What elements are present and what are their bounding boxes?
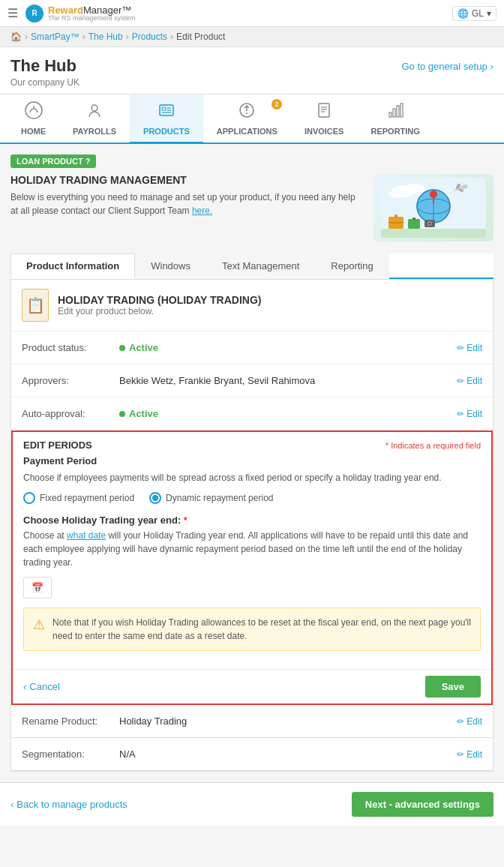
svg-rect-16 — [397, 106, 399, 117]
nav-home-label: HOME — [21, 127, 46, 136]
product-subtitle: Edit your product below. — [58, 306, 261, 316]
save-button[interactable]: Save — [425, 676, 481, 698]
notice-box: ⚠ Note that if you wish Holiday Trading … — [23, 608, 481, 651]
product-status-edit[interactable]: ✏ Edit — [457, 343, 482, 353]
nav-reporting[interactable]: REPORTING — [357, 94, 433, 144]
tab-text-management[interactable]: Text Management — [206, 254, 315, 279]
product-intro: HOLIDAY TRADING MANAGEMENT Below is ever… — [10, 174, 494, 242]
page-subtitle: Our company UK — [10, 77, 80, 88]
next-advanced-settings-button[interactable]: Next - advanced settings — [352, 792, 494, 817]
nav-payrolls-label: PAYROLLS — [73, 127, 116, 136]
hamburger-menu-icon[interactable]: ☰ — [8, 6, 18, 20]
breadcrumb-thehub[interactable]: The Hub — [88, 32, 123, 42]
auto-approval-edit[interactable]: ✏ Edit — [457, 409, 482, 419]
breadcrumb-products[interactable]: Products — [132, 32, 167, 42]
edit-pencil-icon-4: ✏ — [457, 716, 464, 727]
fixed-radio-button[interactable] — [23, 492, 35, 504]
nav-invoices[interactable]: INVOICES — [291, 94, 358, 144]
segmentation-edit[interactable]: ✏ Edit — [457, 749, 482, 760]
svg-point-26 — [430, 190, 437, 198]
brand-logo: R RewardManager™ The RS management syste… — [26, 4, 136, 22]
nav-products-label: PRODUCTS — [143, 127, 190, 136]
payment-period-title: Payment Period — [23, 455, 481, 466]
loan-product-badge: LOAN PRODUCT ? — [10, 154, 96, 168]
product-name: HOLIDAY TRADING (HOLIDAY TRADING) — [58, 294, 261, 306]
edit-pencil-icon: ✏ — [457, 343, 464, 353]
cancel-button[interactable]: ‹ Cancel — [23, 681, 60, 692]
nav-products[interactable]: PRODUCTS — [130, 94, 203, 144]
page-footer: ‹ Back to manage products Next - advance… — [0, 782, 504, 826]
segmentation-label: Segmentation: — [22, 748, 119, 760]
tab-reporting[interactable]: Reporting — [315, 254, 388, 279]
rename-product-row: Rename Product: Holiday Trading ✏ Edit — [11, 705, 493, 738]
payment-period-desc: Choose if employees payments will be spr… — [23, 471, 481, 484]
product-detail-box: 📋 HOLIDAY TRADING (HOLIDAY TRADING) Edit… — [10, 279, 494, 772]
fixed-repayment-option[interactable]: Fixed repayment period — [23, 492, 134, 504]
svg-point-35 — [429, 223, 431, 225]
product-detail-header: 📋 HOLIDAY TRADING (HOLIDAY TRADING) Edit… — [11, 280, 493, 332]
year-end-link[interactable]: what date — [67, 530, 106, 541]
support-link[interactable]: here. — [192, 206, 212, 216]
product-status-value: Active — [119, 342, 457, 353]
nav-home[interactable]: HOME — [8, 94, 59, 144]
svg-point-21 — [388, 190, 404, 198]
fixed-repayment-label: Fixed repayment period — [40, 493, 134, 503]
back-link[interactable]: ‹ Back to manage products — [10, 799, 128, 810]
svg-rect-36 — [381, 229, 486, 238]
edit-pencil-icon-3: ✏ — [457, 409, 464, 419]
notice-icon: ⚠ — [33, 616, 45, 633]
chevron-left-icon: ‹ — [23, 681, 26, 692]
approvers-edit[interactable]: ✏ Edit — [457, 376, 482, 386]
date-picker-button[interactable]: 📅 — [23, 577, 52, 598]
rename-product-edit[interactable]: ✏ Edit — [457, 716, 482, 727]
breadcrumb-smartpay[interactable]: SmartPay™ — [31, 32, 80, 42]
language-selector[interactable]: 🌐 GL ▾ — [452, 6, 496, 21]
arrow-right-icon: › — [490, 61, 494, 72]
chevron-down-icon: ▾ — [487, 8, 491, 19]
svg-rect-15 — [393, 109, 395, 117]
product-description: Below is everything you need to manage a… — [10, 190, 363, 218]
rename-product-label: Rename Product: — [22, 716, 119, 727]
auto-approval-value: Active — [119, 408, 457, 419]
general-setup-label: Go to general setup — [401, 61, 487, 72]
nav-invoices-label: INVOICES — [304, 127, 344, 136]
payrolls-nav-icon — [85, 100, 104, 124]
notice-text: Note that if you wish Holiday Trading al… — [52, 616, 471, 643]
tab-product-information[interactable]: Product Information — [10, 254, 135, 279]
calendar-icon: 📅 — [32, 582, 44, 593]
home-icon[interactable]: 🏠 — [10, 32, 22, 42]
tab-windows[interactable]: Windows — [135, 254, 206, 279]
edit-periods-title: EDIT PERIODS — [23, 440, 92, 451]
approvers-label: Approvers: — [22, 375, 119, 386]
chevron-left-back-icon: ‹ — [10, 799, 14, 810]
dynamic-repayment-label: Dynamic repayment period — [166, 493, 273, 503]
svg-point-2 — [92, 105, 98, 111]
required-star: * — [184, 514, 188, 526]
auto-approval-label: Auto-approval: — [22, 408, 119, 419]
sub-tabs: Product Information Windows Text Managem… — [10, 254, 494, 279]
auto-approval-dot — [119, 411, 125, 417]
svg-rect-31 — [408, 219, 420, 229]
lang-label: GL — [472, 8, 484, 19]
product-heading: HOLIDAY TRADING MANAGEMENT — [10, 174, 363, 186]
nav-applications[interactable]: 2 APPLICATIONS — [203, 94, 291, 144]
svg-rect-17 — [400, 104, 403, 117]
product-status-label: Product status: — [22, 342, 119, 353]
svg-rect-10 — [319, 104, 329, 117]
status-active-indicator: Active — [119, 342, 457, 353]
applications-badge: 2 — [272, 99, 282, 110]
auto-approval-indicator: Active — [119, 408, 457, 419]
dynamic-repayment-option[interactable]: Dynamic repayment period — [149, 492, 273, 504]
page-header: The Hub Our company UK Go to general set… — [0, 47, 504, 94]
general-setup-link[interactable]: Go to general setup › — [401, 61, 494, 72]
nav-applications-label: APPLICATIONS — [217, 127, 278, 136]
approvers-row: Approvers: Bekkie Wetz, Frankie Bryant, … — [11, 364, 493, 398]
svg-point-9 — [246, 112, 248, 114]
page-title: The Hub — [10, 56, 80, 76]
nav-payrolls[interactable]: PAYROLLS — [59, 94, 130, 144]
dynamic-radio-button[interactable] — [149, 492, 161, 504]
applications-nav-icon — [237, 100, 256, 124]
status-dot — [119, 345, 125, 351]
svg-rect-29 — [394, 214, 398, 218]
top-navbar: ☰ R RewardManager™ The RS management sys… — [0, 0, 504, 27]
